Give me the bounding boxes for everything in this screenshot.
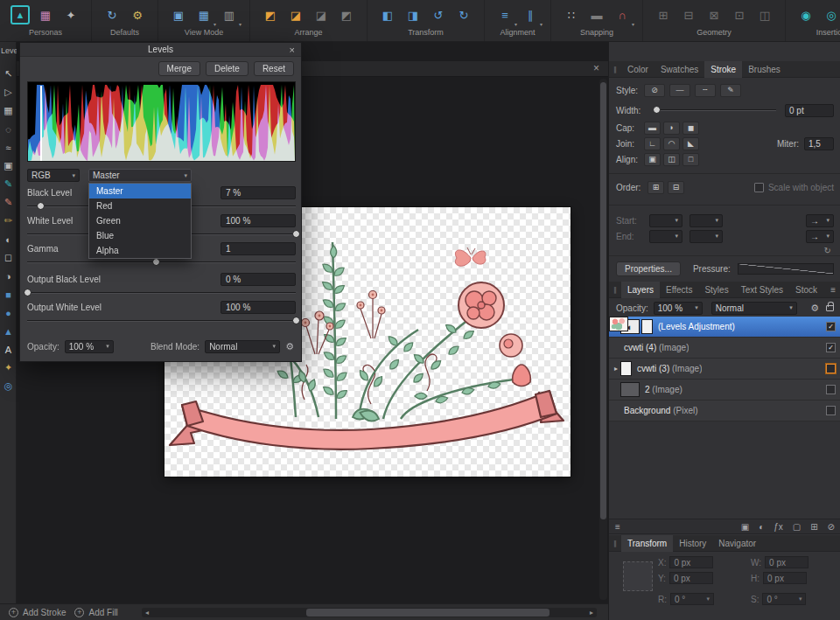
- transform-field-input[interactable]: 0 px: [763, 572, 807, 584]
- transform-field-input[interactable]: 0 px: [669, 556, 713, 568]
- adjustment-icon[interactable]: ◐: [759, 522, 764, 532]
- tab-stock[interactable]: Stock: [789, 282, 823, 298]
- view-mode-retina-icon[interactable]: ▥▾: [220, 5, 239, 24]
- horizontal-scrollbar[interactable]: ◂ ▸: [142, 608, 597, 617]
- erase-brush-tool[interactable]: ◻: [0, 248, 17, 267]
- move-tool[interactable]: ↖: [0, 65, 17, 83]
- rectangle-marquee-tool[interactable]: ▦: [0, 101, 17, 120]
- transform-field-input[interactable]: 0 °▾: [670, 593, 714, 605]
- geometry-divide-icon[interactable]: ⊡: [730, 5, 749, 24]
- transform-field-input[interactable]: 0 °▾: [762, 593, 806, 605]
- affinity-photo-logo-icon[interactable]: ▲: [10, 5, 30, 24]
- clone-brush-tool[interactable]: ◐: [0, 230, 17, 248]
- defaults-revert-icon[interactable]: ⚙: [128, 5, 147, 24]
- defaults-sync-icon[interactable]: ↻: [102, 5, 122, 24]
- view-mode-pixel-icon[interactable]: ▦▾: [194, 5, 214, 24]
- document-close-icon[interactable]: ×: [593, 62, 599, 74]
- tab-transform[interactable]: Transform: [621, 535, 673, 552]
- dialog-close-icon[interactable]: ×: [290, 43, 295, 57]
- align-inside-icon[interactable]: ◫: [663, 153, 680, 166]
- tab-brushes[interactable]: Brushes: [742, 61, 787, 78]
- layers-blend-mode-select[interactable]: Normal▾: [711, 302, 797, 315]
- crop-tool[interactable]: ▣: [0, 157, 17, 175]
- layer-row[interactable]: ◐(Levels Adjustment)✓: [609, 317, 840, 338]
- width-input[interactable]: 0 pt: [785, 104, 834, 117]
- width-slider[interactable]: [653, 109, 776, 111]
- view-mode-vector-icon[interactable]: ▣: [169, 5, 188, 24]
- layer-visibility-checkbox[interactable]: [826, 406, 836, 415]
- end-arrow-select[interactable]: →▾: [806, 230, 834, 243]
- panel-drag-handle-icon[interactable]: ∥: [609, 286, 621, 294]
- geometry-subtract-icon[interactable]: ⊟: [679, 5, 698, 24]
- join-miter-icon[interactable]: ∟: [644, 137, 661, 150]
- dialog-settings-gear-icon[interactable]: ⚙: [285, 341, 294, 352]
- expand-caret-icon[interactable]: ▸: [612, 365, 620, 373]
- geometry-intersect-icon[interactable]: ⊠: [704, 5, 724, 24]
- rotate-ccw-icon[interactable]: ↺: [429, 5, 448, 24]
- order-stroke-back-icon[interactable]: ⊟: [668, 181, 684, 194]
- fx-icon[interactable]: ƒx: [774, 522, 783, 532]
- arrange-to-front-icon[interactable]: ◩: [261, 5, 280, 24]
- transform-anchor-widget[interactable]: [623, 561, 653, 591]
- style-dash-icon[interactable]: ╌: [695, 84, 716, 97]
- colour-picker-tool[interactable]: ✦: [0, 359, 17, 377]
- transform-field-input[interactable]: 0 px: [765, 556, 808, 568]
- channel-select[interactable]: Master▾: [88, 169, 192, 182]
- slider-thumb[interactable]: [24, 289, 32, 296]
- tab-history[interactable]: History: [673, 535, 712, 552]
- pressure-editor[interactable]: [738, 263, 834, 275]
- reverse-curves-icon[interactable]: ↻: [824, 246, 831, 255]
- slider-value-input[interactable]: 100 %: [220, 214, 296, 227]
- arrange-backward-icon[interactable]: ◪: [312, 5, 331, 24]
- lock-icon[interactable]: [826, 305, 834, 311]
- group-icon[interactable]: ⊞: [810, 522, 817, 532]
- end-size-select[interactable]: ▾: [690, 230, 723, 243]
- insert-inside-icon[interactable]: ◉: [796, 5, 816, 24]
- layer-row[interactable]: ▸cvwti (3) (Image): [609, 359, 840, 380]
- scroll-right-icon[interactable]: ▸: [590, 608, 593, 617]
- dialog-blend-select[interactable]: Normal▾: [205, 340, 280, 353]
- slider-thumb[interactable]: [37, 202, 45, 210]
- slider-thumb[interactable]: [292, 230, 300, 238]
- pixel-tool[interactable]: ✏: [0, 212, 17, 230]
- layer-visibility-checkbox[interactable]: ✓: [826, 343, 836, 352]
- scroll-left-icon[interactable]: ◂: [145, 608, 149, 617]
- start-size-select[interactable]: ▾: [690, 214, 723, 227]
- triangle-tool[interactable]: ▲: [0, 322, 17, 340]
- dodge-brush-tool[interactable]: ◑: [0, 267, 17, 285]
- style-solid-icon[interactable]: —: [669, 84, 690, 97]
- arrange-forward-icon[interactable]: ◪: [286, 5, 305, 24]
- layers-opacity-select[interactable]: 100 %▾: [654, 302, 703, 315]
- start-arrow-select[interactable]: →▾: [806, 214, 834, 227]
- merge-button[interactable]: Merge: [158, 61, 200, 76]
- miter-input[interactable]: 1,5: [804, 137, 834, 150]
- align-horizontal-icon[interactable]: ≡▾: [495, 5, 514, 24]
- snapping-grid-icon[interactable]: ∷: [562, 5, 581, 24]
- width-slider-thumb[interactable]: [653, 106, 661, 114]
- layers-stack-icon[interactable]: ≡: [615, 522, 620, 532]
- snapping-magnet-icon[interactable]: ∩▾: [612, 5, 632, 24]
- slider-thumb[interactable]: [292, 317, 300, 324]
- new-layer-icon[interactable]: ▢: [793, 522, 801, 532]
- insert-on-top-icon[interactable]: ◎: [822, 5, 840, 24]
- tab-navigator[interactable]: Navigator: [712, 535, 762, 552]
- rectangle-tool[interactable]: ■: [0, 285, 17, 303]
- panel-drag-handle-icon[interactable]: ∥: [609, 540, 621, 547]
- tab-color[interactable]: Color: [621, 61, 654, 78]
- node-tool[interactable]: ▷: [0, 83, 17, 101]
- properties-button[interactable]: Properties...: [616, 261, 681, 276]
- rotate-cw-icon[interactable]: ↻: [454, 5, 473, 24]
- transform-field-input[interactable]: 0 px: [669, 572, 713, 584]
- align-center-icon[interactable]: ▣: [644, 153, 661, 166]
- style-texture-icon[interactable]: ✎: [720, 84, 741, 97]
- tab-text-styles[interactable]: Text Styles: [735, 282, 789, 298]
- slider[interactable]: [27, 288, 296, 297]
- end-style-select[interactable]: ▾: [649, 230, 682, 243]
- tab-effects[interactable]: Effects: [660, 282, 698, 298]
- slider-value-input[interactable]: 0 %: [220, 273, 296, 286]
- join-bevel-icon[interactable]: ◣: [682, 137, 699, 150]
- panel-drag-handle-icon[interactable]: ∥: [609, 66, 621, 73]
- add-stroke-button[interactable]: + Add Stroke: [9, 608, 66, 617]
- join-round-icon[interactable]: ◠: [663, 137, 680, 150]
- cap-round-icon[interactable]: ◗: [663, 122, 680, 135]
